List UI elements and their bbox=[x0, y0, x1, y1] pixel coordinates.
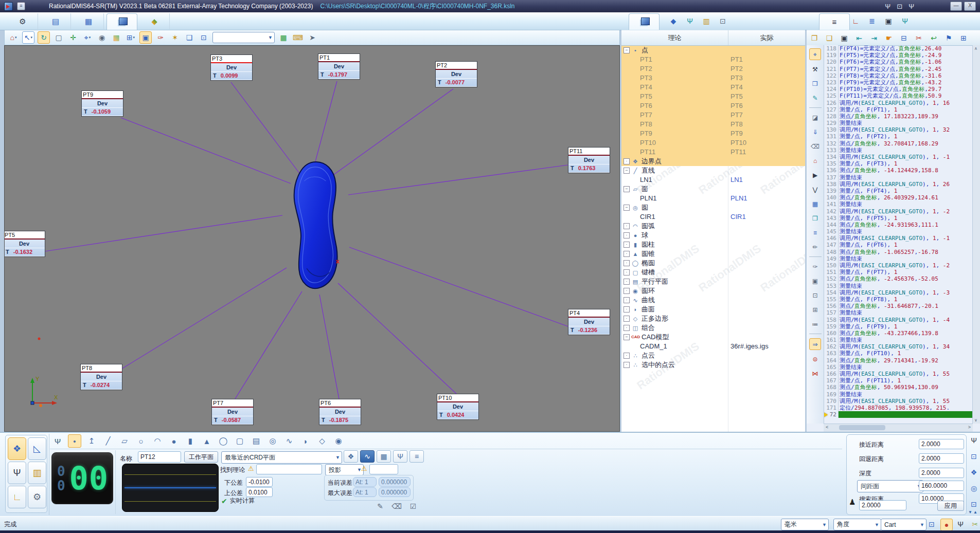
code-line-163[interactable]: 163测量/点, F(PT10), 1 bbox=[824, 350, 980, 357]
shape-cone-icon[interactable]: ▲ bbox=[201, 435, 213, 447]
window-view-icon[interactable]: ⊡ bbox=[198, 32, 209, 43]
point-label-PT2[interactable]: PT2DevT-0.0077 bbox=[435, 61, 477, 87]
code-line-170[interactable]: 170调用/M(EASI_CLEARPLN_GOTO), 1, 55 bbox=[824, 398, 980, 405]
code-line-147[interactable]: 147测量/点, F(PT6), 1 bbox=[824, 242, 980, 248]
tab-feature-cube[interactable] bbox=[629, 13, 660, 30]
select-cursor-icon[interactable]: ↖▾ bbox=[22, 31, 34, 44]
tree-item-PT1[interactable]: PT1PT1 bbox=[621, 55, 805, 64]
point-label-PT4[interactable]: PT4DevT-0.1236 bbox=[568, 309, 610, 335]
point-label-PT11[interactable]: PT11DevT0.1763 bbox=[568, 147, 610, 173]
tab-feature-list-icon[interactable]: ≡ bbox=[409, 450, 424, 463]
code-horizontal-scrollbar[interactable]: <> bbox=[824, 424, 973, 432]
window-layout-icon[interactable]: ⊞▾ bbox=[125, 32, 136, 43]
param-input[interactable]: 2.0000 bbox=[919, 453, 964, 464]
close-button[interactable]: X bbox=[964, 2, 976, 11]
import-lines-icon[interactable]: ⇓ bbox=[810, 126, 821, 137]
lower-tol-input[interactable]: -0.0100 bbox=[246, 477, 273, 487]
tree-group-圆环[interactable]: ·◉圆环 bbox=[621, 286, 805, 296]
monitor-gear-icon[interactable]: ⊡ bbox=[717, 15, 728, 27]
tree-item-PT7[interactable]: PT7PT7 bbox=[621, 111, 805, 120]
tab-program-list[interactable]: ≡ bbox=[819, 13, 850, 30]
monitor-add-icon[interactable]: ⊞ bbox=[810, 304, 821, 315]
tree-group-球[interactable]: ·●球 bbox=[621, 231, 805, 240]
code-line-135[interactable]: 135测量/点, F(PT3), 1 bbox=[824, 160, 980, 167]
paint-labels-icon[interactable]: ✑ bbox=[155, 32, 166, 43]
tab-graphics[interactable]: ◆ bbox=[139, 13, 170, 29]
tab-data-grid[interactable]: ▦ bbox=[74, 13, 104, 29]
code-vertical-scrollbar[interactable]: ∧∨ bbox=[972, 45, 980, 424]
color-palette-icon[interactable]: ▦ bbox=[111, 32, 122, 43]
cube-probe-icon[interactable]: ❖ bbox=[968, 467, 979, 478]
machine-probe-cube-button[interactable]: ❖ bbox=[8, 437, 26, 460]
code-line-127[interactable]: 127测量/点, F(PT1), 1 bbox=[824, 106, 980, 113]
point-label-PT8[interactable]: PT8DevT-0.0274 bbox=[80, 364, 122, 390]
code-line-168[interactable]: 168 测点/直角坐标, 50.969194,130.09 bbox=[824, 384, 980, 391]
shape-plane-icon[interactable]: ▱ bbox=[118, 435, 131, 447]
monitor-blue-icon[interactable]: ⊡ bbox=[968, 451, 979, 462]
code-line-165[interactable]: 165测量结束 bbox=[824, 364, 980, 371]
spacing-input[interactable]: 160.0000 bbox=[919, 481, 964, 491]
tree-group-组合[interactable]: ·◫组合 bbox=[621, 323, 805, 333]
shape-curve-icon[interactable]: ∿ bbox=[283, 435, 295, 447]
code-line-123[interactable]: 123F(PT9)=元素定义/点,直角坐标,-43.2 bbox=[824, 79, 980, 86]
stamp-icon[interactable]: ◪ bbox=[810, 112, 821, 123]
tree-group-面[interactable]: −▱面 bbox=[621, 185, 805, 194]
panel-updown-buttons[interactable]: ▼▲ bbox=[968, 510, 978, 514]
tree-group-曲线[interactable]: ·∿曲线 bbox=[621, 296, 805, 305]
shape-ring-icon[interactable]: ◉ bbox=[332, 435, 345, 447]
tab-feature-info-icon[interactable]: ❖ bbox=[344, 450, 358, 463]
report-table-icon[interactable]: ▦ bbox=[278, 32, 289, 43]
spacing-plane-dropdown[interactable]: 间距面▼ bbox=[857, 480, 923, 492]
tree-group-边界点[interactable]: ·❖边界点 bbox=[621, 157, 805, 166]
view-preset-combo[interactable]: ▼ bbox=[212, 32, 275, 43]
note-edit-icon[interactable]: ✏ bbox=[810, 242, 821, 252]
mirror-icon[interactable]: ⋈ bbox=[810, 368, 821, 379]
code-line-155[interactable]: 155测量/点, F(PT8), 1 bbox=[824, 296, 980, 303]
code-line-128[interactable]: 128 测点/直角坐标, 17.183223,189.39 bbox=[824, 113, 980, 120]
code-line-140[interactable]: 140 测点/直角坐标, 26.403929,124.61 bbox=[824, 194, 980, 201]
code-line-171[interactable]: 171定位/294.887085, 198.939578, 215. bbox=[824, 405, 980, 411]
ball-probe-icon[interactable]: ● bbox=[940, 519, 953, 531]
copy-add-icon[interactable]: ❐ bbox=[810, 213, 821, 224]
tree-group-CAD模型[interactable]: −CADCAD模型 bbox=[621, 333, 805, 342]
tab-probe-path-icon[interactable]: Ψ bbox=[393, 450, 407, 463]
indent-icon[interactable]: ⇥ bbox=[868, 32, 880, 44]
view-eye-icon[interactable]: ◉ bbox=[96, 32, 108, 43]
speed-input[interactable]: 2.0000 bbox=[859, 500, 906, 510]
coordinate-system-button[interactable]: ∟ bbox=[8, 486, 26, 508]
highlight-star-icon[interactable]: ✶ bbox=[169, 32, 181, 43]
viewport-3d[interactable]: × Y X PT3DevT0.0099PT1DevT-0.1797PT2DevT… bbox=[4, 45, 620, 432]
clamp-icon[interactable]: ⋁ bbox=[810, 184, 821, 195]
shape-cylinder-icon[interactable]: ▮ bbox=[184, 435, 197, 447]
probe-cursor-icon[interactable]: ➤ bbox=[307, 32, 318, 43]
open-insert-icon[interactable]: ❏ bbox=[824, 32, 835, 44]
code-line-121[interactable]: 121F(PT7)=元素定义/点,直角坐标,-2.45 bbox=[824, 66, 980, 72]
label-window-icon[interactable]: ▣ bbox=[139, 31, 152, 44]
pin-feature-icon[interactable]: ⌖▾ bbox=[82, 32, 93, 43]
tree-item-CADM_1[interactable]: CADM_136r#.iges.igs bbox=[621, 342, 805, 351]
program-doc-icon[interactable]: ≡ bbox=[17, 2, 25, 10]
probe-y-icon[interactable]: Ψ bbox=[684, 15, 696, 27]
code-line-158[interactable]: 158调用/M(EASI_CLEARPLN_GOTO), 1, -4 bbox=[824, 317, 980, 323]
code-line-156[interactable]: 156 测点/直角坐标, -31.646877,-20.1 bbox=[824, 303, 980, 309]
probe-list-icon[interactable]: ≔ bbox=[810, 319, 821, 329]
point-label-PT9[interactable]: PT9DevT-0.1059 bbox=[81, 90, 123, 117]
report-note-icon[interactable]: ✎ bbox=[375, 501, 386, 512]
code-line-138[interactable]: 138调用/M(EASI_CLEARPLN_GOTO), 1, 26 bbox=[824, 181, 980, 188]
tree-item-CIR1[interactable]: CIR1CIR1 bbox=[621, 212, 805, 222]
tool-chest-icon[interactable]: ▥ bbox=[701, 15, 712, 27]
eraser-icon[interactable]: ⌫ bbox=[391, 501, 402, 512]
tree-header-actual[interactable]: 实际 bbox=[728, 30, 805, 45]
point-label-PT7[interactable]: PT7DevT-0.0587 bbox=[211, 399, 254, 425]
tree-group-圆柱[interactable]: ·▮圆柱 bbox=[621, 240, 805, 249]
code-line-164[interactable]: 164 测点/直角坐标, 29.714341,-19.92 bbox=[824, 357, 980, 364]
units-dropdown[interactable]: 毫米▼ bbox=[781, 519, 829, 530]
camera-icon[interactable]: ▣ bbox=[883, 15, 894, 27]
tree-group-点[interactable]: −•点 bbox=[621, 46, 805, 55]
tab-program-doc[interactable]: ▤ bbox=[41, 13, 71, 29]
code-line-145[interactable]: 145测量结束 bbox=[824, 228, 980, 235]
tree-item-PLN1[interactable]: PLN1PLN1 bbox=[621, 194, 805, 203]
monitor-icon[interactable]: ⊡ bbox=[810, 290, 821, 301]
tree-item-PT4[interactable]: PT4PT4 bbox=[621, 83, 805, 92]
pin-icon[interactable]: ⌖ bbox=[809, 48, 821, 60]
